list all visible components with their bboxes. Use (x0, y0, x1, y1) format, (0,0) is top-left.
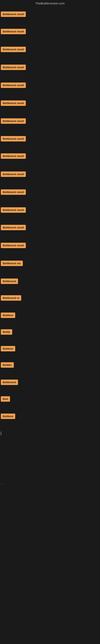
small-text-item: ... (1, 481, 3, 484)
bottleneck-item: Bottleneck result (0, 207, 26, 214)
bottleneck-badge[interactable]: Bottleneck result (1, 136, 26, 142)
bottleneck-item: Bottleneck result (0, 225, 26, 231)
bottleneck-item: Bottlene (0, 346, 15, 352)
bottleneck-badge[interactable]: Bottleneck result (1, 243, 26, 248)
bottleneck-item: Bottlene (0, 312, 15, 319)
bottleneck-badge[interactable]: Bottleneck res (1, 260, 23, 266)
bottleneck-item: Bottleneck (0, 278, 18, 285)
bottleneck-badge[interactable]: Bottleneck (1, 278, 18, 284)
bottleneck-badge[interactable]: Bottleneck result (1, 100, 26, 106)
bottleneck-item: Bottleneck result (0, 82, 26, 89)
bottleneck-badge[interactable]: Bottleneck result (1, 190, 26, 195)
bottleneck-item: Bottleneck re (0, 295, 21, 302)
cursor-indicator (1, 432, 1, 435)
bottleneck-item: Bottleneck result (0, 64, 26, 71)
bottleneck-badge[interactable]: Bottlen (1, 362, 14, 368)
bottleneck-badge[interactable]: Bottleneck re (1, 295, 21, 301)
bottleneck-item: Bottlen (0, 362, 14, 368)
bottleneck-item: Bott (0, 396, 10, 402)
bottleneck-item: Bottleneck result (0, 29, 26, 35)
bottleneck-item: Bottleneck result (0, 47, 26, 53)
bottleneck-badge[interactable]: Bottleneck result (1, 12, 26, 17)
bottleneck-item: Bottleneck result (0, 172, 26, 178)
bottleneck-badge[interactable]: Bottlene (1, 414, 15, 419)
bottleneck-badge[interactable]: Bottleneck result (1, 118, 26, 124)
bottleneck-item: Bottleneck result (0, 153, 26, 160)
bottleneck-badge[interactable]: Bottleneck (1, 380, 18, 385)
bottleneck-badge[interactable]: Bottleneck result (1, 207, 26, 213)
bottleneck-badge[interactable]: Bottleneck result (1, 47, 26, 52)
page-wrapper: TheBottlenecker.com Bottleneck resultBot… (0, 0, 100, 644)
bottleneck-item: Bottleneck result (0, 100, 26, 107)
bottleneck-item: Bottleneck result (0, 243, 26, 249)
bottleneck-item: Bottleneck result (0, 190, 26, 196)
bottleneck-item: Bottleneck (0, 380, 18, 386)
bottleneck-item: Bottleneck res (0, 260, 23, 267)
bottleneck-badge[interactable]: Bottleneck result (1, 153, 26, 159)
bottleneck-badge[interactable]: Bottleneck result (1, 225, 26, 230)
bottleneck-item: Bottleneck result (0, 136, 26, 142)
bottleneck-badge[interactable]: Bottleneck result (1, 82, 26, 88)
bottleneck-badge[interactable]: Bottlene (1, 346, 15, 352)
bottleneck-badge[interactable]: Bottleneck result (1, 172, 26, 177)
bottleneck-item: Bottle (0, 329, 12, 336)
bottleneck-item: Bottlene (0, 414, 15, 420)
bottleneck-badge[interactable]: Bott (1, 396, 10, 402)
site-title: TheBottlenecker.com (35, 2, 65, 5)
bottleneck-badge[interactable]: Bottleneck result (1, 64, 26, 70)
site-header: TheBottlenecker.com (0, 0, 100, 7)
bottleneck-item: Bottleneck result (0, 118, 26, 124)
bottleneck-badge[interactable]: Bottleneck result (1, 29, 26, 34)
bottleneck-badge[interactable]: Bottlene (1, 312, 15, 318)
bottleneck-badge[interactable]: Bottle (1, 329, 12, 335)
bottleneck-item: Bottleneck result (0, 12, 26, 18)
